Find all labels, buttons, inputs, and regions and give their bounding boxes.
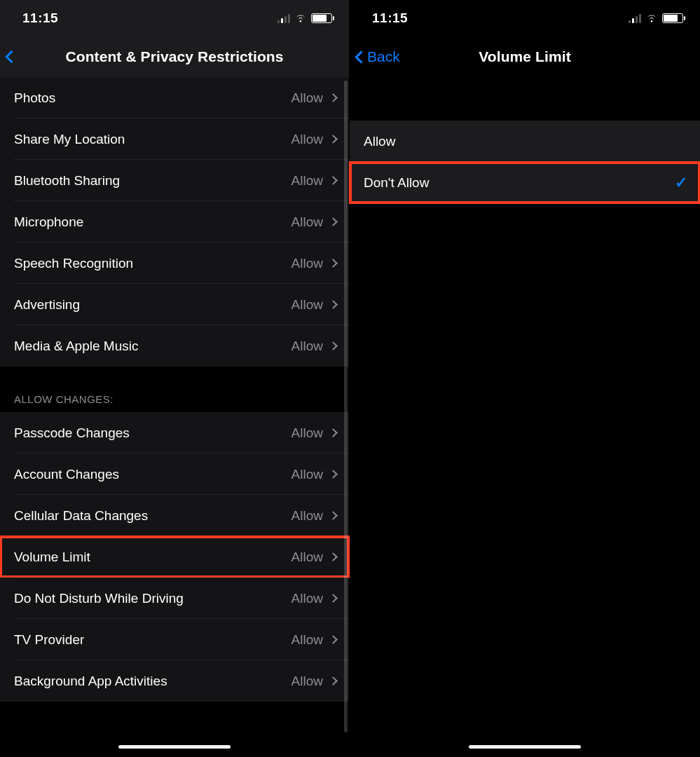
- chevron-right-icon: [329, 135, 338, 144]
- back-label: Back: [367, 48, 400, 65]
- row-value: Allow: [291, 508, 323, 524]
- status-time: 11:15: [372, 11, 408, 26]
- option-label: Don't Allow: [364, 175, 675, 191]
- home-indicator[interactable]: [118, 745, 231, 749]
- battery-icon: [311, 13, 332, 23]
- chevron-back-icon: [5, 50, 18, 63]
- back-button[interactable]: Back: [357, 48, 400, 65]
- chevron-right-icon: [329, 552, 338, 561]
- cellular-signal-icon: [629, 13, 641, 23]
- settings-row[interactable]: PhotosAllow: [0, 77, 349, 118]
- row-value: Allow: [291, 339, 323, 354]
- row-value: Allow: [291, 591, 323, 606]
- row-value: Allow: [291, 132, 323, 147]
- settings-row[interactable]: Share My LocationAllow: [0, 118, 349, 160]
- row-value: Allow: [291, 214, 323, 230]
- chevron-right-icon: [329, 470, 338, 479]
- row-value: Allow: [291, 256, 323, 271]
- cellular-signal-icon: [277, 13, 290, 23]
- status-bar: 11:15: [0, 0, 349, 36]
- row-label: Advertising: [14, 297, 291, 313]
- chevron-right-icon: [329, 676, 338, 686]
- row-label: Background App Activities: [14, 674, 291, 689]
- row-label: Microphone: [14, 214, 291, 230]
- row-label: Do Not Disturb While Driving: [14, 591, 291, 606]
- chevron-right-icon: [329, 259, 338, 268]
- status-icons: [629, 13, 683, 23]
- checkmark-icon: ✓: [675, 174, 687, 192]
- screen-volume-limit: 11:15 Back Volume Limit AllowDon't Allow…: [350, 0, 700, 757]
- row-label: Cellular Data Changes: [14, 508, 291, 524]
- battery-icon: [662, 13, 683, 23]
- option-label: Allow: [364, 134, 687, 149]
- status-bar: 11:15: [350, 0, 700, 36]
- row-label: Share My Location: [14, 132, 291, 147]
- settings-row[interactable]: Account ChangesAllow: [0, 453, 349, 495]
- settings-row[interactable]: Passcode ChangesAllow: [0, 412, 349, 453]
- chevron-right-icon: [329, 300, 338, 309]
- chevron-right-icon: [329, 511, 338, 520]
- scrollbar[interactable]: [344, 81, 348, 732]
- status-time: 11:15: [22, 11, 58, 26]
- settings-row[interactable]: AdvertisingAllow: [0, 284, 349, 325]
- settings-row[interactable]: MicrophoneAllow: [0, 201, 349, 243]
- page-title: Content & Privacy Restrictions: [0, 48, 349, 65]
- row-label: Account Changes: [14, 467, 291, 482]
- settings-row[interactable]: Speech RecognitionAllow: [0, 243, 349, 284]
- nav-header: Back Volume Limit: [350, 36, 700, 77]
- chevron-right-icon: [329, 217, 338, 226]
- options-list: AllowDon't Allow✓: [350, 121, 700, 203]
- row-value: Allow: [291, 297, 323, 313]
- row-value: Allow: [291, 425, 323, 441]
- settings-row[interactable]: Do Not Disturb While DrivingAllow: [0, 578, 349, 619]
- row-value: Allow: [291, 674, 323, 689]
- settings-list-group-2: Passcode ChangesAllowAccount ChangesAllo…: [0, 412, 349, 702]
- chevron-right-icon: [329, 341, 338, 350]
- settings-row[interactable]: Media & Apple MusicAllow: [0, 325, 349, 367]
- row-label: Photos: [14, 90, 291, 106]
- option-row[interactable]: Allow: [350, 121, 700, 162]
- settings-list-group-1: PhotosAllowShare My LocationAllowBluetoo…: [0, 77, 349, 367]
- settings-row[interactable]: TV ProviderAllow: [0, 619, 349, 660]
- row-label: Bluetooth Sharing: [14, 173, 291, 189]
- row-value: Allow: [291, 90, 323, 106]
- row-value: Allow: [291, 467, 323, 482]
- status-icons: [277, 13, 332, 23]
- option-row[interactable]: Don't Allow✓: [350, 162, 700, 203]
- row-label: Volume Limit: [14, 550, 291, 565]
- wifi-icon: [645, 13, 658, 23]
- page-title: Volume Limit: [350, 48, 700, 65]
- chevron-right-icon: [329, 428, 338, 437]
- screen-content-privacy: 11:15 Content & Privacy Restrictions Pho…: [0, 0, 350, 757]
- settings-row[interactable]: Cellular Data ChangesAllow: [0, 495, 349, 536]
- row-value: Allow: [291, 550, 323, 565]
- home-indicator[interactable]: [469, 745, 581, 749]
- settings-row[interactable]: Background App ActivitiesAllow: [0, 660, 349, 702]
- wifi-icon: [294, 13, 307, 23]
- row-value: Allow: [291, 173, 323, 189]
- section-header-allow-changes: ALLOW CHANGES:: [0, 367, 349, 412]
- row-label: Media & Apple Music: [14, 339, 291, 354]
- row-label: Speech Recognition: [14, 256, 291, 271]
- row-value: Allow: [291, 632, 323, 648]
- nav-header: Content & Privacy Restrictions: [0, 36, 349, 77]
- chevron-right-icon: [329, 635, 338, 644]
- row-label: TV Provider: [14, 632, 291, 648]
- chevron-right-icon: [329, 176, 338, 185]
- spacer: [350, 77, 700, 121]
- settings-row[interactable]: Volume LimitAllow: [0, 536, 349, 578]
- chevron-back-icon: [355, 50, 367, 63]
- settings-row[interactable]: Bluetooth SharingAllow: [0, 160, 349, 201]
- back-button[interactable]: [7, 53, 16, 62]
- row-label: Passcode Changes: [14, 425, 291, 441]
- chevron-right-icon: [329, 594, 338, 603]
- chevron-right-icon: [329, 93, 338, 102]
